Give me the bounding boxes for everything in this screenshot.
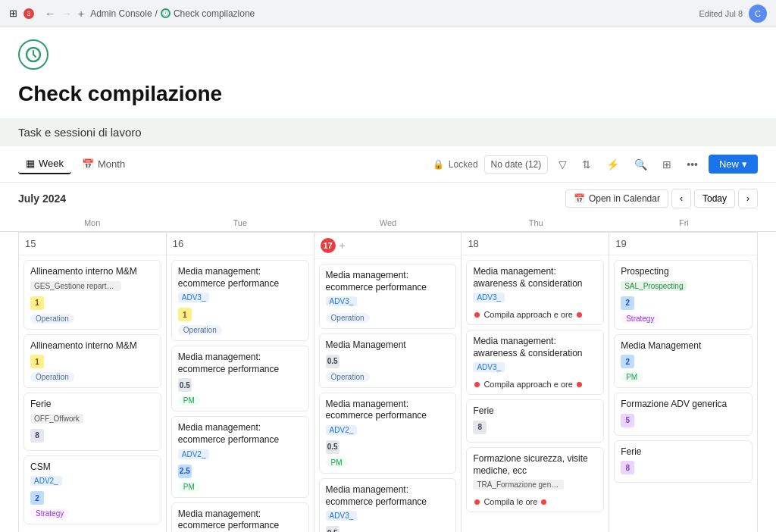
task-card[interactable]: Formazione ADV generica 5 xyxy=(614,393,753,436)
next-btn[interactable]: › xyxy=(738,189,758,208)
task-card[interactable]: Media management: ecommerce performance … xyxy=(171,260,309,341)
toolbar: ▦ Week 📅 Month 🔒 Locked No date (12) ▽ ⇅… xyxy=(0,146,776,183)
open-calendar-btn[interactable]: 📅 Open in Calendar xyxy=(565,189,668,208)
task-card[interactable]: Media management: awareness & considerat… xyxy=(466,260,604,325)
task-card[interactable]: Media management: ecommerce performance … xyxy=(171,502,309,532)
week-icon: ▦ xyxy=(26,158,35,169)
task-badge: 1 xyxy=(30,296,44,310)
task-card[interactable]: Media management: ecommerce performance … xyxy=(319,393,457,474)
more-icon-btn[interactable]: ••• xyxy=(682,155,702,174)
task-title: Media management: ecommerce performance xyxy=(178,266,302,289)
task-title: Media management: ecommerce performance xyxy=(178,422,302,446)
breadcrumb-sep: / xyxy=(155,8,158,19)
task-title: Formazione ADV generica xyxy=(621,399,746,411)
page-title: Check compilazione xyxy=(18,82,758,106)
task-title: Prospecting xyxy=(621,266,746,278)
task-badge: 5 xyxy=(621,414,634,427)
date-header-18: 18 xyxy=(462,233,609,255)
alert-text: Compila le ore xyxy=(483,497,537,506)
user-avatar[interactable]: C xyxy=(749,5,767,23)
sort-icon-btn[interactable]: ⇅ xyxy=(577,155,596,174)
task-card[interactable]: Media management: ecommerce performance … xyxy=(171,416,309,497)
task-card[interactable]: Media Management 0.5 Operation xyxy=(319,333,457,388)
task-category: PM xyxy=(621,372,643,382)
task-card[interactable]: Ferie 8 xyxy=(466,399,604,443)
browser-chrome: ⊞ 3 ← → + Admin Console / 🕐 Check compil… xyxy=(0,0,776,27)
task-card[interactable]: Ferie OFF_Offwork 8 xyxy=(23,393,161,451)
tab-month[interactable]: 📅 Month xyxy=(74,155,133,174)
day-label-mon: Mon xyxy=(18,214,166,231)
prev-btn[interactable]: ‹ xyxy=(671,189,691,208)
task-title: Media management: ecommerce performance xyxy=(178,509,302,532)
task-title: Media management: ecommerce performance xyxy=(326,270,450,293)
toolbar-meta: 🔒 Locked xyxy=(433,159,478,170)
new-button[interactable]: New ▾ xyxy=(709,155,758,174)
filter-icon-btn[interactable]: ▽ xyxy=(554,155,571,174)
task-card[interactable]: Prospecting SAL_Prospecting 2 Strategy xyxy=(614,260,753,330)
task-title: Media management: awareness & considerat… xyxy=(473,266,597,289)
date-header-17: 17 + xyxy=(314,233,462,259)
nav-forward[interactable]: → xyxy=(61,8,72,20)
col-tue-16: 16 Media management: ecommerce performan… xyxy=(167,233,314,532)
task-badge: 0.5 xyxy=(326,355,340,368)
task-card[interactable]: CSM ADV2_ 2 Strategy xyxy=(23,455,161,525)
task-card[interactable]: Media management: ecommerce performance … xyxy=(319,264,457,329)
task-card[interactable]: Allineamento interno M&M GES_Gestione re… xyxy=(23,260,161,330)
date-header-19: 19 xyxy=(609,233,757,255)
today-badge: 17 xyxy=(321,238,336,253)
task-card[interactable]: Ferie 8 xyxy=(614,440,753,483)
task-category: PM xyxy=(326,458,348,468)
breadcrumb-active: 🕐 Check compilazione xyxy=(161,8,255,19)
toolbar-tabs: ▦ Week 📅 Month xyxy=(18,154,133,174)
nav-add[interactable]: + xyxy=(78,8,84,20)
task-card[interactable]: Media Management 2 PM xyxy=(614,334,753,389)
date-num-19: 19 xyxy=(615,238,626,249)
task-card[interactable]: Media management: awareness & considerat… xyxy=(466,330,604,395)
tab-week[interactable]: ▦ Week xyxy=(18,154,71,174)
breadcrumb-admin[interactable]: Admin Console xyxy=(90,8,152,19)
task-title: Media Management xyxy=(326,340,450,352)
task-card[interactable]: Media management: ecommerce performance … xyxy=(171,346,309,412)
breadcrumb: Admin Console / 🕐 Check compilazione xyxy=(90,8,255,19)
col-wed-17: 17 + Media management: ecommerce perform… xyxy=(314,233,462,532)
alert-row: Compila le ore xyxy=(473,497,597,506)
task-badge: 1 xyxy=(30,355,44,368)
task-tag: TRA_Formazione generica xyxy=(473,480,564,490)
browser-tab-area: ⊞ 3 ← → + Admin Console / 🕐 Check compil… xyxy=(9,8,255,20)
task-tag: OFF_Offwork xyxy=(30,414,83,424)
nav-back[interactable]: ← xyxy=(45,8,55,20)
task-title: Ferie xyxy=(621,446,746,458)
calendar-header: July 2024 📅 Open in Calendar ‹ Today › xyxy=(0,183,776,214)
alert-row: Compila approach e ore xyxy=(473,310,597,319)
task-badge: 0.5 xyxy=(326,440,340,454)
new-caret: ▾ xyxy=(742,158,747,170)
alert-text: Compila approach e ore xyxy=(483,380,572,389)
col-fri-19: 19 Prospecting SAL_Prospecting 2 Strateg… xyxy=(609,233,757,532)
task-card[interactable]: Allineamento interno M&M 1 Operation xyxy=(23,334,161,389)
alert-row: Compila approach e ore xyxy=(473,380,597,389)
app-header xyxy=(0,27,776,76)
date-num-18: 18 xyxy=(468,238,478,249)
no-date-btn[interactable]: No date (12) xyxy=(484,155,549,174)
clock-icon: 🕐 xyxy=(161,8,171,18)
task-title: Media management: ecommerce performance xyxy=(326,484,450,508)
task-category: Strategy xyxy=(621,314,659,324)
new-label: New xyxy=(719,158,739,170)
bolt-icon-btn[interactable]: ⚡ xyxy=(602,155,624,174)
browser-right-area: Edited Jul 8 C xyxy=(699,5,767,23)
add-event-icon[interactable]: + xyxy=(340,239,346,252)
edited-label: Edited Jul 8 xyxy=(699,9,743,18)
task-tag: ADV2_ xyxy=(30,476,62,486)
task-card[interactable]: Formazione sicurezza, visite mediche, ec… xyxy=(466,447,604,512)
open-cal-label: Open in Calendar xyxy=(589,193,660,204)
group-icon-btn[interactable]: ⊞ xyxy=(658,155,676,174)
task-tag: SAL_Prospecting xyxy=(621,281,687,291)
date-num-16: 16 xyxy=(173,238,183,249)
today-btn[interactable]: Today xyxy=(694,189,735,208)
task-title: Media management: awareness & considerat… xyxy=(473,336,597,359)
search-icon-btn[interactable]: 🔍 xyxy=(630,155,652,174)
col-mon-15: 15 Allineamento interno M&M GES_Gestione… xyxy=(19,233,167,532)
task-card[interactable]: Media management: ecommerce performance … xyxy=(319,478,457,532)
date-header-15: 15 xyxy=(19,233,166,255)
date-num-15: 15 xyxy=(25,238,36,249)
